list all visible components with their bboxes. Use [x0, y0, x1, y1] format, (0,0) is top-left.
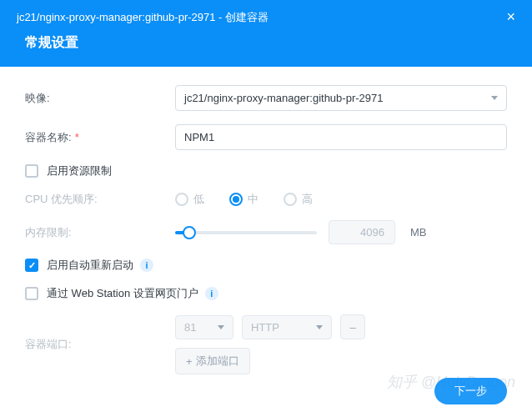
cpu-radio-group: 低 中 高 — [175, 192, 507, 207]
auto-restart-row: 启用自动重新启动 i — [25, 258, 507, 273]
section-title: 常规设置 — [25, 34, 507, 52]
chevron-down-icon — [316, 325, 323, 329]
container-port-label: 容器端口: — [25, 337, 175, 352]
remove-port-button[interactable]: – — [340, 314, 365, 339]
cpu-priority-label: CPU 优先顺序: — [25, 192, 175, 207]
image-row: 映像: jc21/nginx-proxy-manager:github-pr-2… — [25, 85, 507, 111]
port-number-select[interactable]: 81 — [175, 315, 233, 339]
info-icon[interactable]: i — [140, 259, 153, 272]
auto-restart-label: 启用自动重新启动 — [47, 258, 133, 273]
section-header: 常规设置 — [0, 34, 532, 67]
web-station-checkbox[interactable] — [25, 287, 38, 300]
web-station-row: 通过 Web Station 设置网页门户 i — [25, 286, 507, 301]
image-select[interactable]: jc21/nginx-proxy-manager:github-pr-2971 — [175, 85, 507, 111]
container-name-row: 容器名称:* — [25, 124, 507, 150]
close-icon[interactable]: × — [506, 8, 515, 26]
cpu-radio-mid[interactable]: 中 — [229, 192, 258, 207]
auto-restart-checkbox[interactable] — [25, 259, 38, 272]
chevron-down-icon — [491, 96, 498, 100]
memory-limit-row: 内存限制: 4096 MB — [25, 220, 507, 244]
container-port-row: 容器端口: 81 HTTP – + 添加端口 — [25, 314, 507, 374]
next-button[interactable]: 下一步 — [434, 378, 507, 404]
container-name-input[interactable] — [175, 124, 507, 150]
plus-icon: + — [186, 355, 193, 368]
slider-thumb-icon[interactable] — [183, 226, 196, 239]
memory-value-box[interactable]: 4096 — [329, 220, 395, 244]
memory-slider-wrap: 4096 MB — [175, 220, 507, 244]
port-field: 81 HTTP – + 添加端口 — [175, 314, 507, 374]
image-label: 映像: — [25, 91, 175, 106]
resource-limit-row: 启用资源限制 — [25, 163, 507, 178]
web-station-label: 通过 Web Station 设置网页门户 — [47, 286, 198, 301]
resource-limit-checkbox[interactable] — [25, 164, 38, 178]
cpu-radio-high[interactable]: 高 — [284, 192, 313, 207]
info-icon[interactable]: i — [205, 287, 218, 300]
memory-limit-label: 内存限制: — [25, 225, 175, 240]
memory-slider[interactable] — [175, 231, 317, 234]
add-port-button[interactable]: + 添加端口 — [175, 348, 250, 374]
cpu-radio-low[interactable]: 低 — [175, 192, 204, 207]
protocol-select[interactable]: HTTP — [242, 315, 332, 339]
dialog-header: jc21/nginx-proxy-manager:github-pr-2971 … — [0, 0, 532, 34]
form-body: 映像: jc21/nginx-proxy-manager:github-pr-2… — [0, 67, 532, 406]
cpu-priority-row: CPU 优先顺序: 低 中 高 — [25, 192, 507, 207]
resource-limit-label: 启用资源限制 — [47, 163, 112, 178]
image-value: jc21/nginx-proxy-manager:github-pr-2971 — [184, 92, 383, 104]
dialog-title: jc21/nginx-proxy-manager:github-pr-2971 … — [17, 10, 269, 25]
container-name-label: 容器名称:* — [25, 130, 175, 145]
memory-unit: MB — [410, 226, 427, 239]
chevron-down-icon — [218, 325, 224, 329]
